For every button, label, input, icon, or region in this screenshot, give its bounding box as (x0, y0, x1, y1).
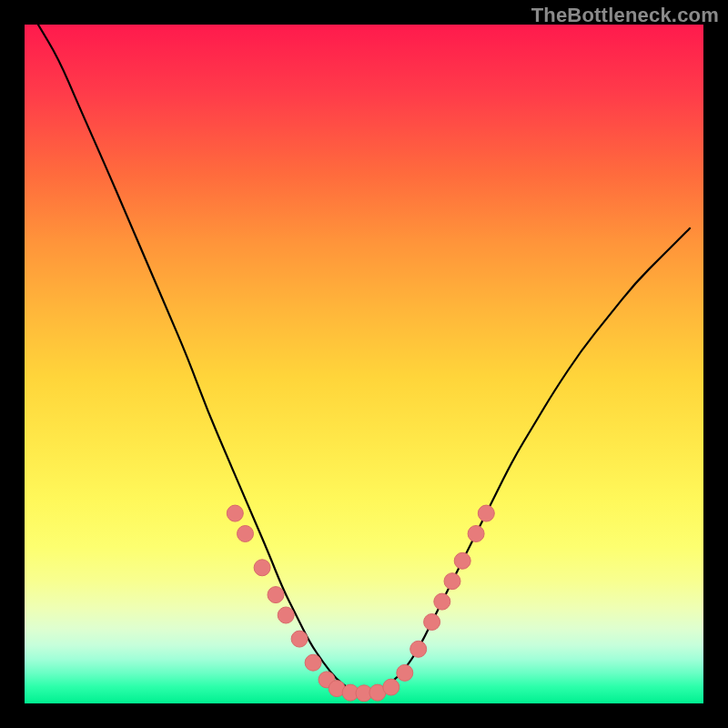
curve-marker (254, 560, 270, 576)
curve-marker (454, 552, 470, 569)
curve-markers (227, 505, 494, 702)
curve-marker (434, 593, 450, 610)
curve-marker (305, 654, 321, 671)
curve-marker (397, 664, 413, 681)
watermark-text: TheBottleneck.com (531, 4, 719, 27)
bottleneck-curve (38, 25, 690, 693)
chart-overlay (25, 25, 703, 703)
curve-marker (424, 614, 440, 631)
curve-marker (238, 526, 254, 542)
chart-container: TheBottleneck.com (0, 0, 728, 728)
curve-marker (478, 505, 494, 521)
plot-area (25, 25, 703, 703)
curve-marker (410, 641, 427, 657)
curve-marker (291, 631, 308, 647)
curve-marker (278, 607, 294, 623)
curve-marker (444, 573, 460, 590)
curve-marker (468, 526, 484, 542)
curve-marker (268, 587, 284, 603)
curve-marker (383, 679, 399, 695)
curve-marker (227, 505, 243, 521)
